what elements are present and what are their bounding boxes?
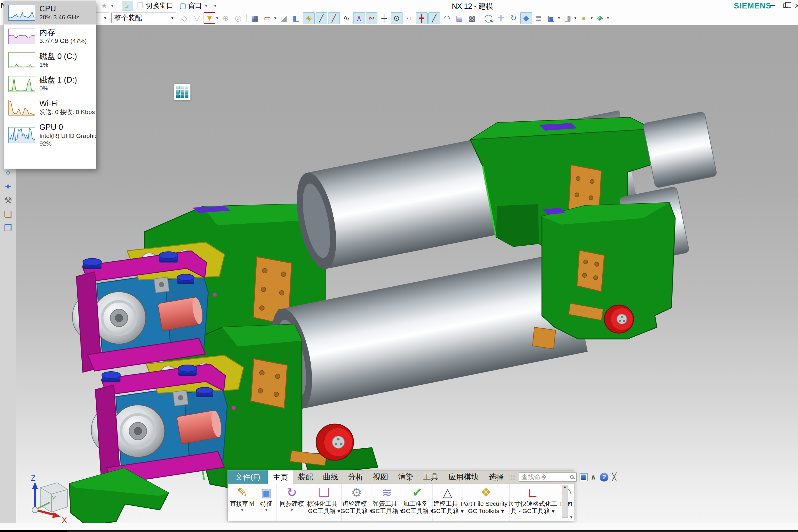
datum-csys-icon[interactable]: ◇ bbox=[178, 12, 190, 24]
direct-sketch-button[interactable]: ✎直接草图▼ bbox=[228, 484, 256, 520]
tab-tools[interactable]: 工具 bbox=[418, 471, 443, 483]
feature-button-dropdown[interactable]: ▼ bbox=[265, 508, 268, 512]
drag-grip-icon[interactable]: ⣿⣿ bbox=[509, 474, 515, 480]
snap-region-icon[interactable]: ▭ bbox=[262, 12, 273, 24]
restore-button[interactable] bbox=[780, 1, 792, 11]
inflection-snap-icon[interactable]: ∿ bbox=[341, 12, 352, 24]
point-on-curve-snap-icon[interactable]: ┼ bbox=[378, 12, 390, 24]
selection-filter-icon-dropdown[interactable]: ▼ bbox=[215, 16, 219, 20]
view-tools-icon[interactable]: ◈ bbox=[594, 12, 606, 24]
direct-sketch-button-dropdown[interactable]: ▼ bbox=[241, 508, 244, 512]
point-on-line-snap-icon[interactable]: ╱ bbox=[429, 12, 440, 24]
render-style-icon[interactable]: ● bbox=[578, 12, 590, 24]
model-canvas[interactable]: Z X Y bbox=[0, 0, 798, 532]
part-wand-icon[interactable]: ✦ bbox=[4, 182, 12, 191]
minimize-ribbon-icon[interactable]: ∧ bbox=[591, 473, 596, 481]
left-lower-carriage[interactable] bbox=[91, 355, 244, 485]
close-button[interactable]: × bbox=[792, 1, 798, 11]
gc-machining-prep-button[interactable]: ✔加工准备 -GC工具箱 ▾ bbox=[402, 484, 433, 520]
monitor-row-cpu[interactable]: CPU28% 3.46 GHz bbox=[4, 1, 96, 24]
arc-center-snap-icon[interactable]: ⊙ bbox=[391, 12, 402, 24]
quadrant-snap-icon[interactable]: ◌ bbox=[403, 12, 415, 24]
tab-application[interactable]: 应用模块 bbox=[443, 471, 483, 483]
tools-icon[interactable]: ⚒ bbox=[4, 196, 12, 205]
monitor-row-disk0[interactable]: 磁盘 0 (C:)1% bbox=[4, 49, 96, 72]
monitor-row-gpu[interactable]: GPU 0Intel(R) UHD Graphics 692% bbox=[4, 119, 96, 151]
filter-funnel-icon[interactable]: ▽ bbox=[191, 12, 203, 24]
gc-spring-tools-button[interactable]: ≋弹簧工具 -GC工具箱 ▾ bbox=[372, 484, 402, 520]
display-mode-icon[interactable]: ◨ bbox=[562, 12, 573, 24]
synchronous-modeling-button-dropdown[interactable]: ▼ bbox=[290, 508, 294, 512]
midpoint-snap-icon[interactable]: ╱ bbox=[328, 12, 340, 24]
tab-home[interactable]: 主页 bbox=[268, 471, 293, 484]
switch-window-button[interactable]: ❐ 切换窗口 bbox=[136, 0, 175, 11]
object-display-icon[interactable]: ≣ bbox=[533, 12, 545, 24]
options-window-icon[interactable]: ❐ bbox=[4, 223, 12, 232]
floating-toolbar-handle[interactable] bbox=[174, 84, 190, 100]
spline-point-snap-icon[interactable]: ∾ bbox=[366, 12, 377, 24]
tab-analysis[interactable]: 分析 bbox=[343, 471, 368, 483]
monitor-row-wifi[interactable]: Wi-Fi发送: 0 接收: 0 Kbps bbox=[4, 96, 96, 119]
fit-view-icon[interactable]: ▣ bbox=[546, 12, 557, 24]
interior-face-icon[interactable]: ◧ bbox=[290, 12, 302, 24]
tab-curve[interactable]: 曲线 bbox=[318, 471, 343, 483]
left-upper-carriage[interactable] bbox=[72, 242, 225, 372]
synchronous-modeling-button[interactable]: ↻同步建模▼ bbox=[277, 484, 307, 520]
view-tools-icon-dropdown[interactable]: ▼ bbox=[606, 16, 610, 20]
graphics-viewport[interactable]: Z X Y bbox=[0, 25, 798, 522]
mid-base-and-pulley[interactable] bbox=[290, 424, 378, 475]
part-file-security-button[interactable]: ❖Part File Security -GC Toolkits ▾ bbox=[463, 484, 510, 520]
visualization-wand-icon[interactable]: ✧ bbox=[4, 169, 12, 178]
reset-filter-icon[interactable]: ⊕ bbox=[220, 12, 232, 24]
rotate-icon[interactable]: ↻ bbox=[508, 12, 519, 24]
help-icon[interactable]: ? bbox=[600, 473, 608, 481]
sheet-body-icon[interactable]: ◪ bbox=[278, 12, 290, 24]
find-component-icon[interactable]: ◎ bbox=[232, 12, 244, 24]
ribbon-scroll-down-icon[interactable]: ▼ bbox=[569, 515, 573, 519]
tab-view[interactable]: 视图 bbox=[368, 471, 393, 483]
tab-render[interactable]: 渲染 bbox=[393, 471, 418, 483]
toolbar-overflow-icon[interactable]: ▼ bbox=[213, 4, 217, 7]
favorites-star-icon[interactable]: ★ bbox=[101, 2, 107, 10]
zoom-icon[interactable]: ◯ bbox=[483, 12, 494, 24]
feature-button[interactable]: ▣特征▼ bbox=[256, 484, 277, 520]
gc-modeling-tools-button[interactable]: △建模工具 -GC工具箱 ▾ bbox=[433, 484, 463, 520]
snap-options-cube-icon[interactable]: ▦ bbox=[249, 12, 261, 24]
monitor-row-disk1[interactable]: 磁盘 1 (D:)0% bbox=[4, 72, 96, 96]
lower-right-bearing-block[interactable] bbox=[533, 203, 675, 349]
tab-selection[interactable]: 选择 bbox=[483, 471, 509, 483]
ribbon-scroll-strip[interactable]: ▼ bbox=[562, 485, 568, 518]
minimize-button[interactable] bbox=[766, 1, 778, 11]
monitor-row-memory[interactable]: 内存3.7/7.9 GB (47%) bbox=[4, 24, 96, 48]
existing-point-snap-icon[interactable]: ╋ bbox=[416, 12, 428, 24]
snap-region-icon-dropdown[interactable]: ▼ bbox=[273, 16, 277, 20]
snap-toggle-icon[interactable]: ◈ bbox=[303, 12, 315, 24]
tab-file[interactable]: 文件(F) bbox=[228, 471, 268, 483]
command-search-input[interactable] bbox=[519, 473, 577, 481]
pan-icon[interactable]: ✛ bbox=[495, 12, 507, 24]
pole-snap-icon[interactable]: ∧ bbox=[353, 12, 365, 24]
fullscreen-icon[interactable] bbox=[580, 474, 587, 481]
gc-gear-modeling-button[interactable]: ⚙齿轮建模 -GC工具箱 ▾ bbox=[342, 484, 372, 520]
window-menu-button[interactable]: ▢ 窗口 ▼ bbox=[178, 0, 210, 11]
gc-dimension-format-button[interactable]: ∟尺寸快速格式化工具 - GC工具箱 ▾ bbox=[510, 484, 556, 520]
point-on-face-snap-icon[interactable]: ◠ bbox=[441, 12, 453, 24]
gc-standard-tools-button[interactable]: ❑标准化工具 -GC工具箱 ▾ bbox=[307, 484, 342, 520]
assembly-scope-combo[interactable]: 整个装配▼ bbox=[111, 13, 176, 23]
taskbar-sliver[interactable] bbox=[0, 530, 798, 532]
perspective-icon[interactable]: ◆ bbox=[520, 12, 532, 24]
performance-monitor-overlay[interactable]: CPU28% 3.46 GHz内存3.7/7.9 GB (47%)磁盘 0 (C… bbox=[3, 1, 96, 169]
view-window-icon[interactable]: ❏ bbox=[4, 210, 12, 219]
selection-filter-icon[interactable]: ▼ bbox=[204, 12, 215, 24]
shaft-stub-upper[interactable] bbox=[643, 111, 717, 188]
grid-point-snap-icon[interactable]: ▩ bbox=[466, 12, 478, 24]
fit-view-icon-dropdown[interactable]: ▼ bbox=[557, 16, 561, 20]
select-hand-button[interactable]: ☞ bbox=[122, 1, 133, 11]
display-mode-icon-dropdown[interactable]: ▼ bbox=[574, 16, 577, 20]
endpoint-snap-icon[interactable]: ╱ bbox=[316, 12, 327, 24]
facet-snap-icon[interactable]: ▤ bbox=[454, 12, 465, 24]
close-ribbon-icon[interactable]: ╳ bbox=[612, 473, 616, 481]
tab-assembly[interactable]: 装配 bbox=[293, 471, 318, 483]
render-style-icon-dropdown[interactable]: ▼ bbox=[590, 16, 593, 20]
favorites-dropdown-icon[interactable]: ▼ bbox=[110, 3, 114, 8]
